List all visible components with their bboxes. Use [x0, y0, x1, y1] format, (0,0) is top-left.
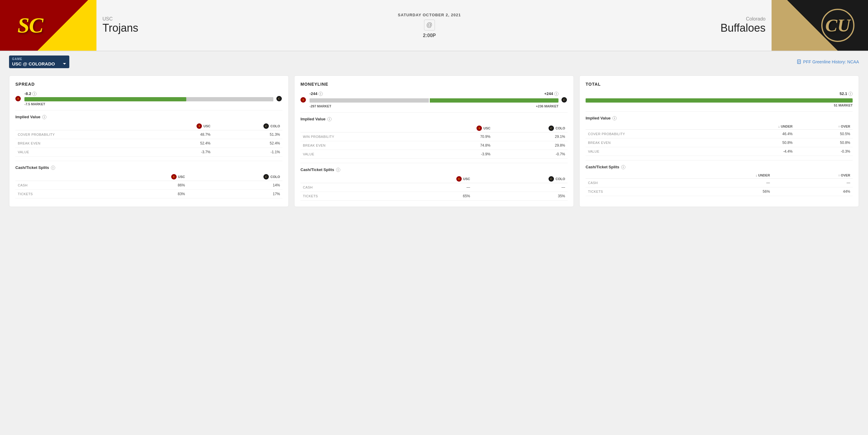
document-icon — [797, 59, 801, 64]
chevron-down-icon — [63, 63, 66, 65]
row-over: 50.8% — [795, 139, 852, 147]
usc-logo: SC — [0, 3, 60, 48]
total-th-under: ↓ UNDER — [729, 123, 795, 130]
usc-fullname: Trojans — [102, 22, 138, 34]
spread-splits-title: Cash/Ticket Splits i — [16, 165, 282, 170]
row-usc: — — [389, 183, 472, 192]
table-row: COVER PROBABILITY46.4%50.5% — [586, 130, 852, 139]
ml-th-colo: C COLO — [493, 124, 567, 133]
toolbar: GAME USC @ COLORADO PFF Greenline Histor… — [0, 51, 868, 72]
spread-implied-info[interactable]: i — [42, 115, 46, 119]
game-selector-dropdown[interactable]: GAME USC @ COLORADO — [9, 56, 69, 68]
total-splits-table: ↓ UNDER ↑ OVER CASH——TICKETS56%44% — [586, 172, 852, 196]
row-under: -4.4% — [729, 147, 795, 156]
table-row: VALUE-3.7%-1.1% — [16, 148, 282, 156]
row-under: 46.4% — [729, 130, 795, 139]
spread-usc-logo: S — [16, 96, 21, 102]
moneyline-away-value: +244 i — [544, 91, 558, 96]
spread-bar-wrapper: -8.2 i -7.5 MARKET — [24, 91, 273, 106]
game-time: 2:00P — [423, 33, 436, 38]
moneyline-split-bars — [310, 98, 558, 103]
total-value: 52.1 i — [840, 91, 852, 96]
moneyline-bar-area: S -244 i +244 i — [301, 91, 567, 108]
row-label: COVER PROBABILITY — [586, 130, 729, 139]
total-bar-track — [586, 98, 852, 103]
total-title: TOTAL — [586, 82, 852, 87]
moneyline-implied-table: S USC C COLO WIN PROBABILITY70.9%29.1%BR… — [301, 124, 567, 159]
row-colo: 52.4% — [213, 139, 282, 148]
total-card: TOTAL 52.1 i 51 MARKET Implied Value i — [579, 76, 859, 207]
row-under: 56% — [681, 187, 772, 196]
spread-implied-table: S USC C COLO COVER PROBABILITY48.7%51.3%… — [16, 122, 282, 156]
total-splits-th-under: ↓ UNDER — [681, 172, 772, 179]
moneyline-divider-1 — [301, 112, 567, 113]
row-usc: 65% — [389, 192, 472, 201]
cu-logo-text: CU — [821, 9, 855, 42]
moneyline-implied-info[interactable]: i — [327, 117, 332, 121]
row-usc: 86% — [104, 181, 187, 190]
ml-splits-th-usc: S USC — [389, 175, 472, 183]
pff-link-text: PFF Greenline History: NCAA — [803, 59, 859, 64]
total-th-over: ↑ OVER — [795, 123, 852, 130]
row-label: CASH — [16, 181, 104, 190]
row-usc: 74.8% — [427, 141, 493, 150]
moneyline-home-info[interactable]: i — [318, 92, 323, 96]
table-row: VALUE-3.9%-0.7% — [301, 150, 567, 159]
moneyline-splits-title: Cash/Ticket Splits i — [301, 167, 567, 172]
table-row: VALUE-4.4%-0.3% — [586, 147, 852, 156]
table-row: CASH—— — [586, 179, 852, 187]
table-row: TICKETS56%44% — [586, 187, 852, 196]
spread-card: SPREAD S -8.2 i -7.5 MARKET C Implie — [9, 76, 289, 207]
usc-team-name: USC Trojans — [96, 0, 144, 51]
spread-splits-th-empty — [16, 173, 104, 181]
row-over: 50.5% — [795, 130, 852, 139]
table-row: TICKETS83%17% — [16, 190, 282, 199]
table-row: WIN PROBABILITY70.9%29.1% — [301, 133, 567, 141]
ml-splits-th-empty — [301, 175, 389, 183]
row-label: WIN PROBABILITY — [301, 133, 427, 141]
game-value: USC @ COLORADO — [12, 61, 66, 66]
spread-bar-track — [24, 97, 273, 102]
moneyline-divider-2 — [301, 163, 567, 163]
header: SC USC Trojans SATURDAY OCTOBER 2, 2021 … — [0, 0, 868, 51]
row-under: — — [681, 179, 772, 187]
header-center: SATURDAY OCTOBER 2, 2021 @ 2:00P — [144, 0, 715, 51]
total-implied-info[interactable]: i — [613, 116, 617, 120]
table-row: CASH86%14% — [16, 181, 282, 190]
total-splits-info[interactable]: i — [621, 165, 625, 169]
total-splits-th-empty — [586, 172, 681, 179]
colorado-fullname: Buffaloes — [721, 22, 766, 34]
main-content: SPREAD S -8.2 i -7.5 MARKET C Implie — [0, 72, 868, 216]
table-row: COVER PROBABILITY48.7%51.3% — [16, 130, 282, 139]
row-label: CASH — [301, 183, 389, 192]
row-label: TICKETS — [301, 192, 389, 201]
moneyline-away-info[interactable]: i — [554, 92, 558, 96]
row-colo: 51.3% — [213, 130, 282, 139]
row-usc: 52.4% — [152, 139, 213, 148]
total-th-empty — [586, 123, 729, 130]
row-label: TICKETS — [586, 187, 681, 196]
row-colo: 29.8% — [493, 141, 567, 150]
usc-logo-text: SC — [18, 13, 43, 38]
row-label: BREAK EVEN — [586, 139, 729, 147]
spread-bar-area: S -8.2 i -7.5 MARKET C — [16, 91, 282, 106]
total-info-icon[interactable]: i — [848, 92, 852, 96]
moneyline-splits-info[interactable]: i — [336, 168, 340, 172]
total-implied-table: ↓ UNDER ↑ OVER COVER PROBABILITY46.4%50.… — [586, 123, 852, 156]
ml-splits-th-colo: C COLO — [472, 175, 567, 183]
table-row: CASH—— — [301, 183, 567, 192]
spread-th-usc: S USC — [152, 122, 213, 130]
table-row: BREAK EVEN52.4%52.4% — [16, 139, 282, 148]
table-row: BREAK EVEN50.8%50.8% — [586, 139, 852, 147]
total-divider-1 — [586, 111, 852, 112]
ml-th-usc: S USC — [427, 124, 493, 133]
ml-th-empty — [301, 124, 427, 133]
spread-info-icon[interactable]: i — [32, 92, 36, 96]
usc-logo-banner: SC — [0, 0, 96, 51]
spread-splits-info[interactable]: i — [51, 166, 55, 170]
game-label: GAME — [12, 57, 66, 61]
spread-implied-title: Implied Value i — [16, 115, 282, 119]
row-usc: -3.7% — [152, 148, 213, 156]
total-bar-area: 52.1 i 51 MARKET — [586, 91, 852, 107]
pff-greenline-link[interactable]: PFF Greenline History: NCAA — [797, 59, 859, 64]
